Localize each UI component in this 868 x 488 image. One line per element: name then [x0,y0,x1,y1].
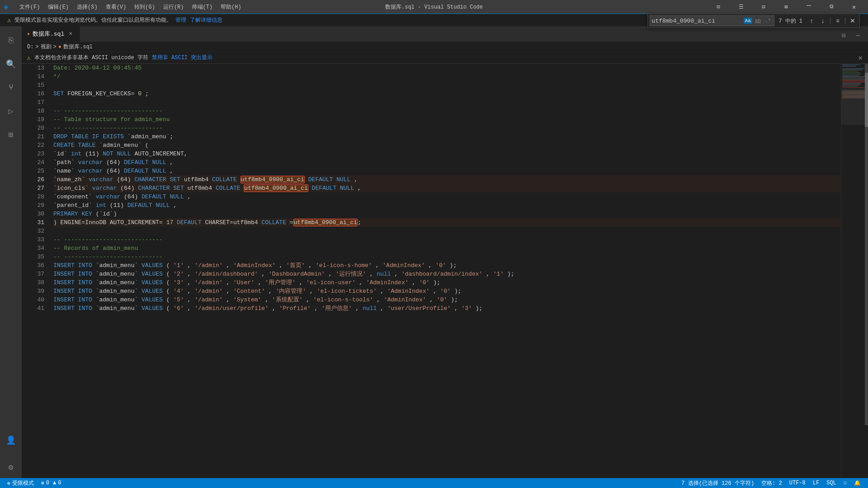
unicode-warning-action[interactable]: 禁用非 ASCII 突出显示 [152,54,212,61]
status-notifications[interactable]: 🔔 [850,478,864,488]
code-line-23: `id` int (11) NOT NULL AUTO_INCREMENT, [53,150,841,158]
status-line-ending[interactable]: LF [809,478,823,488]
line-num-35: 35 [22,253,44,261]
code-line-39: INSERT INTO `admin_menu` VALUES ( '4' , … [53,287,841,296]
line-num-23: 23 [22,150,44,158]
activity-run-icon[interactable]: ▷ [0,100,22,122]
line-num-15: 15 [22,81,44,89]
code-line-17 [53,98,841,107]
svg-rect-22 [842,95,866,95]
activity-search-icon[interactable]: 🔍 [0,53,22,75]
split-editor-icon[interactable]: ⊟ [837,29,850,42]
code-line-40: INSERT INTO `admin_menu` VALUES ( '5' , … [53,296,841,304]
minimize-button[interactable]: ─ [798,0,819,14]
titlebar-left: ◈ 文件(F) 编辑(E) 选择(S) 查看(V) 转到(G) 运行(R) 终端… [4,2,245,12]
svg-rect-6 [842,72,860,73]
svg-rect-4 [842,70,863,70]
layout-icon[interactable]: ⊡ [708,0,729,14]
code-line-16: SET FOREIGN_KEY_CHECKS= 0 ; [53,89,841,98]
code-line-14: */ [53,72,841,81]
menu-edit[interactable]: 编辑(E) [44,2,72,12]
panel-toggle-icon[interactable]: ⊟ [753,0,774,14]
code-line-28: `component` varchar (64) DEFAULT NULL , [53,192,841,201]
unicode-warning-close-icon[interactable]: ✕ [858,53,863,62]
code-line-35: -- ---------------------------- [53,253,841,261]
activity-bar: ⎘ 🔍 ⑂ ▷ ⊞ 👤 ⚙ [0,26,22,478]
breadcrumb-sep2: > [53,44,57,50]
notifications-icon: 🔔 [854,480,861,487]
code-editor[interactable]: 13 14 15 16 17 18 19 20 21 22 23 24 25 2… [22,64,868,478]
warnings-count: 0 [58,480,61,486]
sidebar-toggle-icon[interactable]: ☰ [731,0,751,14]
activity-extensions-icon[interactable]: ⊞ [0,124,22,145]
svg-rect-11 [842,79,866,80]
line-num-19: 19 [22,115,44,124]
menu-select[interactable]: 选择(S) [73,2,101,12]
code-line-37: INSERT INTO `admin_menu` VALUES ( '2' , … [53,270,841,278]
activity-source-control-icon[interactable]: ⑂ [0,77,22,99]
errors-count: 0 [46,480,49,486]
svg-rect-2 [842,66,856,66]
menu-goto[interactable]: 转到(G) [131,2,159,12]
unicode-warning-text: 本文档包含许多非基本 ASCII unicode 字符 [34,54,148,61]
layout-options-icon[interactable]: ⊞ [776,0,797,14]
code-line-33: -- ---------------------------- [53,235,841,244]
breadcrumb-file-icon: ● [58,44,61,50]
line-num-29: 29 [22,201,44,210]
restricted-text: 受限模式旨在实现安全地浏览代码。信任此窗口以启用所有功能。 [14,16,172,24]
more-actions-icon[interactable]: ⋯ [852,29,864,42]
restore-button[interactable]: ⧉ [821,0,842,14]
titlebar-controls: ⊡ ☰ ⊟ ⊞ ─ ⧉ ✕ [708,0,864,14]
menu-run[interactable]: 运行(R) [160,2,188,12]
status-feedback[interactable]: ☺ [840,478,850,488]
tab-close-button[interactable]: × [67,30,74,38]
tab-database-sql[interactable]: ● 数据库.sql × [22,26,80,42]
breadcrumb-drive[interactable]: D: [27,44,33,50]
code-line-31: ) ENGINE=InnoDB AUTO_INCREMENT= 17 DEFAU… [53,218,841,227]
status-language[interactable]: SQL [823,478,840,488]
code-line-19: -- Table structure for admin_menu [53,115,841,124]
code-line-30: PRIMARY KEY (`id`) [53,210,841,218]
status-selection[interactable]: 7 选择(已选择 126 个字符) [678,478,758,488]
line-ending-text: LF [813,480,819,486]
line-num-34: 34 [22,244,44,253]
unicode-warning-bar: ⚠ 本文档包含许多非基本 ASCII unicode 字符 禁用非 ASCII … [22,52,868,64]
restricted-manage-link[interactable]: 管理 [175,16,186,24]
line-num-17: 17 [22,98,44,107]
titlebar: ◈ 文件(F) 编辑(E) 选择(S) 查看(V) 转到(G) 运行(R) 终端… [0,0,868,14]
code-line-21: DROP TABLE IF EXISTS `admin_menu`; [53,132,841,141]
menu-file[interactable]: 文件(F) [16,2,44,12]
menu-terminal[interactable]: 终端(T) [189,2,217,12]
line-num-40: 40 [22,296,44,304]
line-num-31: 31 [22,218,44,227]
titlebar-title: 数据库.sql - Visual Studio Code [385,3,483,11]
menu-view[interactable]: 查看(V) [102,2,130,12]
menu-help[interactable]: 帮助(H) [217,2,245,12]
status-encoding[interactable]: UTF-8 [786,478,809,488]
svg-rect-16 [842,86,858,86]
encoding-text: UTF-8 [789,480,806,486]
activity-settings-icon[interactable]: ⚙ [0,456,22,478]
breadcrumb-folder[interactable]: 视剧 [41,43,52,51]
line-num-21: 21 [22,132,44,141]
code-line-25: `name` varchar (64) DEFAULT NULL , [53,167,841,175]
status-errors[interactable]: ⊗ 0 ▲ 0 [38,478,65,488]
close-button[interactable]: ✕ [844,0,864,14]
svg-rect-8 [842,75,859,75]
activity-explorer-icon[interactable]: ⎘ [0,30,22,52]
code-line-29: `parent_id` int (11) DEFAULT NULL , [53,201,841,210]
svg-rect-3 [842,68,865,69]
svg-rect-13 [842,82,867,82]
status-restricted-mode[interactable]: ⊗ 受限模式 [4,478,38,488]
code-line-38: INSERT INTO `admin_menu` VALUES ( '3' , … [53,278,841,287]
activity-account-icon[interactable]: 👤 [0,429,22,451]
minimap [841,64,868,478]
minimap-svg [841,64,868,425]
breadcrumb-file[interactable]: 数据库.sql [63,43,93,51]
line-num-36: 36 [22,261,44,270]
restricted-learnmore-link[interactable]: 了解详细信息 [190,16,222,24]
status-spaces[interactable]: 空格: 2 [758,478,786,488]
code-content[interactable]: Date: 2020-04-12 09:45:45 */ SET FOREIGN… [49,64,841,478]
tab-icon: ● [27,32,30,37]
code-line-36: INSERT INTO `admin_menu` VALUES ( '1' , … [53,261,841,270]
